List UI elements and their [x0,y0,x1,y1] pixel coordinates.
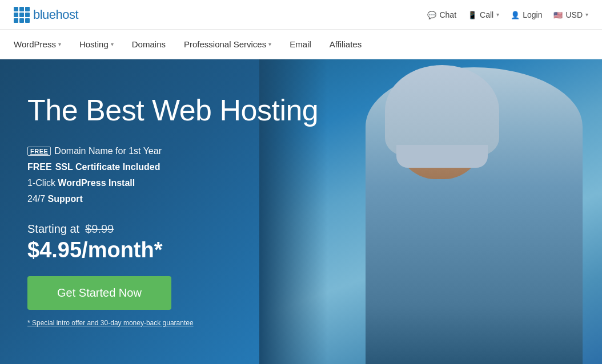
user-icon [511,10,520,19]
hero-content: The Best Web Hosting FREE Domain Name fo… [0,59,318,350]
logo-grid-icon [14,7,30,23]
person-hood [385,65,499,156]
currency-chevron-icon: ▾ [585,11,588,18]
nav-item-professional-services[interactable]: Professional Services ▾ [184,30,271,59]
login-label: Login [523,10,542,19]
nav-item-affiliates[interactable]: Affiliates [330,30,362,59]
call-link[interactable]: Call ▾ [468,10,499,19]
free-badge-domain: FREE [27,147,51,156]
call-chevron-icon: ▾ [496,11,499,18]
feature-item-wordpress: 1-Click WordPress Install [27,178,318,188]
feature-text-support: 24/7 Support [27,194,83,204]
currency-label: USD [565,10,583,19]
currency-selector[interactable]: USD ▾ [553,10,588,19]
feature-text-ssl: SSL Certificate Included [55,162,160,172]
professional-services-chevron-icon: ▾ [268,41,271,47]
flag-icon [553,10,563,19]
feature-item-support: 24/7 Support [27,194,318,204]
feature-text-domain: Domain Name for 1st Year [54,146,162,156]
login-link[interactable]: Login [511,10,542,19]
nav-item-email[interactable]: Email [290,30,311,59]
hosting-chevron-icon: ▾ [111,41,114,47]
old-price: $9.99 [85,223,114,236]
feature-text-wordpress: 1-Click WordPress Install [27,178,135,188]
feature-item-ssl: FREE SSL Certificate Included [27,162,318,172]
top-actions: Chat Call ▾ Login USD ▾ [427,10,588,19]
call-label: Call [480,10,493,19]
nav-item-hosting[interactable]: Hosting ▾ [79,30,114,59]
logo-text: bluehost [33,7,78,22]
logo[interactable]: bluehost [14,7,78,23]
chat-icon [427,10,436,19]
current-price: $4.95/month* [27,238,318,262]
nav-label-domains: Domains [132,39,166,49]
hero-section: The Best Web Hosting FREE Domain Name fo… [0,59,602,364]
get-started-button[interactable]: Get Started Now [27,276,171,310]
feature-item-domain: FREE Domain Name for 1st Year [27,146,318,156]
hero-title: The Best Web Hosting [27,94,318,128]
nav-label-email: Email [290,39,311,49]
nav-item-wordpress[interactable]: WordPress ▾ [14,30,61,59]
chat-link[interactable]: Chat [427,10,456,19]
phone-icon [468,10,477,19]
nav-bar: WordPress ▾ Hosting ▾ Domains Profession… [0,30,602,59]
nav-label-hosting: Hosting [79,39,109,49]
nav-item-domains[interactable]: Domains [132,30,166,59]
pricing-area: Starting at $9.99 $4.95/month* [27,223,318,262]
nav-label-professional-services: Professional Services [184,39,266,49]
top-bar: bluehost Chat Call ▾ Login USD ▾ [0,0,602,30]
chat-label: Chat [439,10,456,19]
starting-at-row: Starting at $9.99 [27,223,318,236]
free-ssl-label: FREE [27,162,52,172]
nav-label-wordpress: WordPress [14,39,56,49]
starting-at-label: Starting at [27,223,79,236]
money-back-link[interactable]: * Special intro offer and 30-day money-b… [27,319,318,327]
features-list: FREE Domain Name for 1st Year FREE SSL C… [27,146,318,204]
wordpress-chevron-icon: ▾ [58,41,61,47]
nav-label-affiliates: Affiliates [330,39,362,49]
